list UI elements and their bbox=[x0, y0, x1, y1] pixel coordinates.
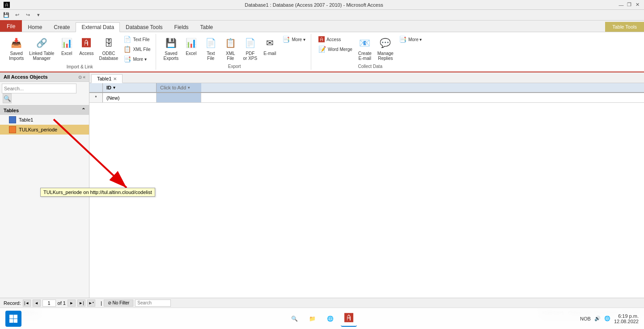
ribbon-tabs-row: File Home Create External Data Database … bbox=[0, 21, 644, 32]
svg-rect-4 bbox=[9, 319, 13, 323]
save-qa-button[interactable]: 💾 bbox=[2, 11, 11, 20]
email-export-button[interactable]: ✉ E-mail bbox=[261, 35, 279, 57]
sidebar-tables-label: Tables bbox=[4, 108, 19, 113]
sidebar-item-label-tulkurs: TULKurs_periode bbox=[19, 127, 57, 132]
filter-icon: ⊘ bbox=[108, 300, 111, 305]
ribbon: 📥 SavedImports 🔗 Linked TableManager 📊 E… bbox=[0, 32, 644, 72]
cell-add-new bbox=[157, 93, 201, 102]
access-import-button[interactable]: 🅰 Access bbox=[77, 35, 95, 57]
date-display: 12.08.2022 bbox=[614, 319, 639, 324]
sidebar-tables-header[interactable]: Tables ⌃ bbox=[0, 105, 89, 115]
linked-table-icon: 🔗 bbox=[34, 36, 49, 50]
email-export-icon: ✉ bbox=[263, 36, 277, 50]
time-display: 6:19 p.m. bbox=[614, 313, 639, 319]
word-merge-button[interactable]: 📝 Word Merge bbox=[317, 45, 354, 54]
ribbon-export-subgroup: 📑 More ▾ bbox=[280, 35, 307, 44]
language-label: NOB bbox=[580, 316, 591, 321]
header-row-indicator bbox=[89, 83, 103, 92]
sidebar-tables-section: Tables ⌃ Table1 TULKurs_periode bbox=[0, 105, 89, 135]
saved-imports-icon: 📥 bbox=[9, 36, 24, 50]
edge-button[interactable]: 🌐 bbox=[323, 312, 337, 326]
ribbon-group-import-link: 📥 SavedImports 🔗 Linked TableManager 📊 E… bbox=[4, 34, 156, 70]
close-button[interactable]: ✕ bbox=[634, 2, 640, 8]
tab-file[interactable]: File bbox=[0, 20, 22, 32]
table-tools-label: Table Tools bbox=[605, 22, 644, 32]
saved-exports-button[interactable]: 💾 SavedExports bbox=[161, 35, 180, 62]
more-export-button[interactable]: 📑 More ▾ bbox=[280, 35, 307, 44]
svg-rect-5 bbox=[14, 319, 18, 323]
tab-table[interactable]: Table bbox=[195, 22, 219, 32]
sidebar-search-input[interactable] bbox=[2, 84, 76, 93]
sidebar-collapse-button[interactable]: « bbox=[83, 75, 85, 80]
table1-tab-label: Table1 bbox=[97, 76, 111, 81]
record-label: Record: bbox=[4, 300, 21, 306]
ribbon-group-collect-data: 🅰 Access 📝 Word Merge 📧 CreateE-mail 💬 M… bbox=[313, 34, 428, 70]
cell-new-id[interactable]: (New) bbox=[103, 93, 157, 102]
sidebar-header: All Access Objects ⊙ « bbox=[0, 72, 89, 82]
start-button[interactable] bbox=[5, 311, 21, 327]
more-import-icon: 📑 bbox=[123, 55, 131, 63]
more-collect-icon: 📑 bbox=[399, 36, 407, 43]
col-header-id[interactable]: ID ▾ bbox=[103, 83, 157, 92]
search-taskbar-button[interactable]: 🔍 bbox=[287, 312, 301, 326]
quick-access-toolbar: 💾 ↩ ↪ ▾ bbox=[0, 10, 644, 21]
create-email-button[interactable]: 📧 CreateE-mail bbox=[356, 35, 374, 62]
record-number-input[interactable] bbox=[42, 299, 56, 307]
text-file-export-button[interactable]: 📄 TextFile bbox=[202, 35, 220, 62]
col-id-dropdown-icon: ▾ bbox=[113, 85, 115, 90]
odbc-button[interactable]: 🗄 ODBCDatabase bbox=[97, 35, 120, 62]
file-explorer-button[interactable]: 📁 bbox=[305, 312, 319, 326]
customize-qa-button[interactable]: ▾ bbox=[34, 11, 43, 20]
minimize-button[interactable]: — bbox=[618, 2, 624, 8]
sidebar-filter-button[interactable]: ⊙ bbox=[78, 75, 82, 80]
prev-record-button[interactable]: ◄ bbox=[33, 299, 41, 307]
speaker-icon: 🔊 bbox=[594, 316, 601, 321]
no-filter-label: No Filter bbox=[113, 300, 130, 305]
window-title: Database1 : Database (Access 2007 - 2010… bbox=[10, 2, 618, 8]
next-record-button[interactable]: ► bbox=[68, 299, 76, 307]
maximize-button[interactable]: ❐ bbox=[626, 2, 632, 8]
app-window: 🅰 Database1 : Database (Access 2007 - 20… bbox=[0, 0, 644, 329]
redo-qa-button[interactable]: ↪ bbox=[23, 11, 32, 20]
table-area: Table1 ✕ ID ▾ Click to Add ▾ * bbox=[89, 72, 644, 298]
tab-create[interactable]: Create bbox=[48, 22, 76, 32]
undo-qa-button[interactable]: ↩ bbox=[13, 11, 21, 20]
export-label: Export bbox=[161, 63, 307, 70]
search-input[interactable] bbox=[135, 299, 171, 307]
collect-data-label: Collect Data bbox=[317, 63, 424, 70]
text-file-import-button[interactable]: 📄 Text File bbox=[122, 35, 152, 44]
tab-database-tools[interactable]: Database Tools bbox=[120, 22, 169, 32]
manage-replies-button[interactable]: 💬 ManageReplies bbox=[376, 35, 395, 62]
sidebar-item-tulkurs[interactable]: TULKurs_periode bbox=[0, 125, 89, 135]
first-record-button[interactable]: |◄ bbox=[23, 299, 31, 307]
linked-table-manager-button[interactable]: 🔗 Linked TableManager bbox=[27, 35, 56, 62]
tooltip-text: TULKurs_periode on http://tul.altinn.clo… bbox=[43, 190, 152, 195]
access-collect-button[interactable]: 🅰 Access bbox=[317, 35, 354, 44]
sidebar-search-button[interactable]: 🔍 bbox=[3, 93, 12, 103]
more-import-button[interactable]: 📑 More ▾ bbox=[122, 55, 152, 63]
tab-home[interactable]: Home bbox=[22, 22, 48, 32]
more-collect-button[interactable]: 📑 More ▾ bbox=[397, 35, 424, 44]
saved-imports-button[interactable]: 📥 SavedImports bbox=[7, 35, 25, 62]
sidebar-title: All Access Objects bbox=[4, 74, 48, 80]
new-record-button[interactable]: ►* bbox=[87, 299, 95, 307]
excel-import-button[interactable]: 📊 Excel bbox=[58, 35, 76, 57]
pdf-xps-button[interactable]: 📄 PDFor XPS bbox=[241, 35, 259, 62]
tab-external-data[interactable]: External Data bbox=[76, 22, 120, 32]
last-record-button[interactable]: ►| bbox=[77, 299, 85, 307]
click-to-add-col[interactable]: Click to Add ▾ bbox=[157, 83, 201, 92]
xml-file-import-button[interactable]: 📋 XML File bbox=[122, 45, 152, 54]
sidebar-item-table1[interactable]: Table1 bbox=[0, 115, 89, 125]
table1-tab-close[interactable]: ✕ bbox=[113, 76, 117, 81]
collect-more-subgroup: 📑 More ▾ bbox=[397, 35, 424, 44]
access-import-icon: 🅰 bbox=[79, 36, 93, 50]
tab-fields[interactable]: Fields bbox=[169, 22, 195, 32]
excel-export-button[interactable]: 📊 Excel bbox=[182, 35, 200, 57]
window-controls: — ❐ ✕ bbox=[618, 2, 640, 8]
no-filter-button[interactable]: ⊘ No Filter bbox=[104, 299, 134, 307]
table-tabs: Table1 ✕ bbox=[89, 72, 644, 83]
table1-tab[interactable]: Table1 ✕ bbox=[91, 74, 123, 83]
sidebar: All Access Objects ⊙ « 🔍 Tables ⌃ Table1 bbox=[0, 72, 89, 298]
xml-file-export-button[interactable]: 📋 XMLFile bbox=[221, 35, 239, 62]
access-taskbar-button[interactable]: 🅰 bbox=[341, 311, 357, 327]
